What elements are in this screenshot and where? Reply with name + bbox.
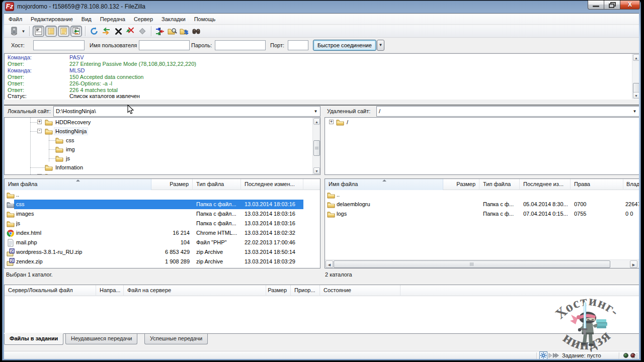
expand-icon[interactable] xyxy=(37,174,42,175)
scroll-thumb[interactable] xyxy=(313,140,320,156)
menu-item[interactable]: Сервер xyxy=(130,15,157,24)
tree-item-label[interactable]: HDDRecovery xyxy=(54,119,92,126)
menu-item[interactable]: Редактирование xyxy=(27,15,77,24)
column-header-modified[interactable]: Последнее из... xyxy=(520,179,571,190)
quickconnect-dropdown[interactable]: ▼ xyxy=(377,40,384,51)
quickconnect-button[interactable]: Быстрое соединение xyxy=(313,40,376,51)
tab-failed-transfers[interactable]: Неудавшиеся передачи xyxy=(65,334,137,344)
column-header-size[interactable]: Размер xyxy=(266,285,291,296)
tab-successful-transfers[interactable]: Успешные передачи xyxy=(144,334,208,344)
menu-item[interactable]: Передача xyxy=(96,15,129,24)
tree-item-label[interactable]: HostingNinja xyxy=(54,128,88,135)
local-site-combo[interactable]: D:\HostingNinja\ ▼ xyxy=(53,106,320,117)
remote-site-combo[interactable]: / ▼ xyxy=(376,106,639,117)
minimize-button[interactable] xyxy=(588,1,604,10)
menu-item[interactable]: Файл xyxy=(5,15,26,24)
log-scrollbar[interactable]: ▲ ▼ xyxy=(632,54,639,99)
tree-item-label[interactable]: css xyxy=(65,137,75,144)
scroll-up-icon[interactable]: ▲ xyxy=(313,118,320,125)
column-header-server-local-file[interactable]: Сервер/Локальный файл xyxy=(5,285,96,296)
file-type: Папка с ф... xyxy=(483,209,519,219)
file-row[interactable]: .. xyxy=(5,190,320,200)
log-line-label: Ответ: xyxy=(8,87,69,94)
remote-list-hscrollbar[interactable]: ◀ ▶ xyxy=(325,259,639,268)
host-input[interactable] xyxy=(33,40,85,50)
maximize-button[interactable] xyxy=(604,1,620,10)
tree-item-label[interactable]: img xyxy=(65,146,76,153)
column-header-priority[interactable]: Приор... xyxy=(291,285,320,296)
reconnect-button[interactable] xyxy=(136,26,148,37)
column-header-name[interactable]: Имя файла xyxy=(325,179,443,190)
file-row[interactable]: mail.php104Файл "PHP"22.02.2013 17:00:46 xyxy=(5,238,320,247)
tree-item-label[interactable]: / xyxy=(346,119,349,126)
column-header-remote-file[interactable]: Файл на сервере xyxy=(124,285,266,296)
file-row[interactable]: index.html16 214Chrome HTML...13.03.2014… xyxy=(5,228,320,238)
resize-grip[interactable] xyxy=(632,353,638,359)
tree-item-label[interactable]: Information xyxy=(54,164,84,171)
site-manager-button[interactable] xyxy=(8,26,20,37)
tree-item-label[interactable]: OpenServer xyxy=(54,173,86,175)
username-input[interactable] xyxy=(139,40,190,50)
filename-filters-button[interactable] xyxy=(166,26,178,37)
scroll-right-icon[interactable]: ▶ xyxy=(630,260,637,268)
column-header-permissions[interactable]: Права xyxy=(571,179,623,190)
column-header-size[interactable]: Размер xyxy=(443,179,479,190)
splitter-log-panels[interactable] xyxy=(4,100,639,106)
site-manager-dropdown[interactable]: ▼ xyxy=(20,26,27,37)
local-tree-scrollbar[interactable]: ▲ ▼ xyxy=(312,118,320,174)
tab-queued-files[interactable]: Файлы в задании xyxy=(4,334,63,345)
file-row[interactable]: wordpress-3.8.1-ru_RU.zip6 853 429zip Ar… xyxy=(5,247,320,257)
toggle-local-tree-button[interactable] xyxy=(45,26,57,37)
menu-item[interactable]: Вид xyxy=(77,15,96,24)
toggle-remote-tree-button[interactable] xyxy=(58,26,69,37)
file-row[interactable]: imagesПапка с файл...13.03.2014 18:03:16 xyxy=(5,209,320,219)
scroll-left-icon[interactable]: ◀ xyxy=(326,260,333,268)
refresh-button[interactable] xyxy=(88,26,100,37)
column-header-modified[interactable]: Последнее измен... xyxy=(241,179,303,190)
file-row[interactable]: delaemblogruПапка с ф...05.04.2014 8:30.… xyxy=(325,200,639,209)
scroll-thumb[interactable] xyxy=(633,83,639,93)
combo-arrow-icon[interactable]: ▼ xyxy=(631,107,638,116)
combo-arrow-icon[interactable]: ▼ xyxy=(312,107,319,116)
column-header-type[interactable]: Тип файла xyxy=(479,179,520,190)
column-header-status[interactable]: Состояние xyxy=(320,285,400,296)
file-modified: 13.03.2014 18:03:16 xyxy=(245,209,305,219)
file-row[interactable]: logsПапка с ф...07.04.2014 0:15...07550 … xyxy=(325,209,639,219)
password-input[interactable] xyxy=(215,40,266,50)
file-owner: 0 0 xyxy=(625,209,639,219)
synchronized-browsing-button[interactable] xyxy=(178,26,190,37)
scroll-down-icon[interactable]: ▼ xyxy=(313,167,320,174)
sort-ascending-icon xyxy=(76,179,80,182)
file-row[interactable]: jsПапка с файл...13.03.2014 18:03:16 xyxy=(5,219,320,228)
folder-icon xyxy=(45,164,53,171)
column-header-type[interactable]: Тип файла xyxy=(193,179,241,190)
file-row[interactable]: zendex.zip1 908 289zip Archive13.03.2014… xyxy=(5,257,320,266)
collapse-icon[interactable] xyxy=(37,129,42,133)
tree-item-label[interactable]: js xyxy=(65,155,71,162)
toggle-message-log-button[interactable] xyxy=(33,26,44,37)
queue-settings-button[interactable] xyxy=(539,351,547,359)
toggle-queue-button[interactable] xyxy=(70,26,82,37)
queue-process-icons[interactable] xyxy=(548,352,559,358)
find-files-button[interactable] xyxy=(190,26,202,37)
file-row[interactable]: cssПапка с файл...13.03.2014 18:03:16 xyxy=(5,200,320,209)
menu-item[interactable]: Закладки xyxy=(157,15,190,24)
port-input[interactable] xyxy=(288,40,308,50)
menu-item[interactable]: Помощь xyxy=(190,15,220,24)
column-header-owner[interactable]: Владе xyxy=(623,179,639,190)
file-row[interactable]: .. xyxy=(325,190,639,200)
disconnect-button[interactable] xyxy=(124,26,136,37)
scroll-up-icon[interactable]: ▲ xyxy=(633,54,639,61)
log-line: Ответ:227 Entering Passive Mode (78,108,… xyxy=(8,61,639,67)
column-header-name[interactable]: Имя файла xyxy=(5,179,151,190)
expand-icon[interactable] xyxy=(37,120,42,124)
process-queue-button[interactable] xyxy=(100,26,112,37)
expand-icon[interactable] xyxy=(329,120,334,124)
close-button[interactable]: X xyxy=(620,1,640,10)
column-header-direction[interactable]: Напра... xyxy=(96,285,124,296)
scroll-thumb[interactable] xyxy=(334,260,610,268)
cancel-button[interactable] xyxy=(112,26,124,37)
scroll-down-icon[interactable]: ▼ xyxy=(633,92,639,99)
directory-comparison-button[interactable] xyxy=(154,26,166,37)
column-header-size[interactable]: Размер xyxy=(151,179,193,190)
